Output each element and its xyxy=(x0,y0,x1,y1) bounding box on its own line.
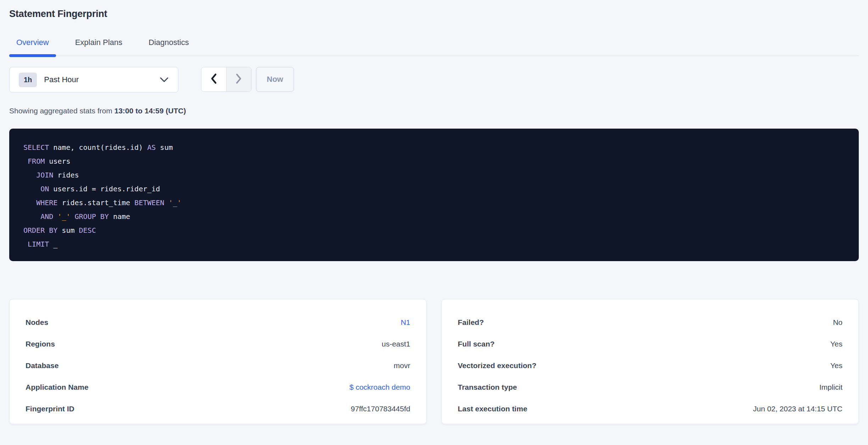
detail-row: NodesN1 xyxy=(26,311,410,333)
time-range-label: Past Hour xyxy=(44,75,79,84)
sql-keyword: ON xyxy=(40,185,49,193)
sql-keyword: DESC xyxy=(79,226,96,235)
summary-cards: NodesN1Regionsus-east1DatabasemovrApplic… xyxy=(9,299,859,424)
sql-keyword: AND xyxy=(40,212,53,221)
sql-text: users.id = rides.rider_id xyxy=(49,185,160,193)
detail-label: Failed? xyxy=(458,318,484,327)
sql-text xyxy=(23,185,40,193)
detail-row: Failed?No xyxy=(458,311,842,333)
detail-label: Fingerprint ID xyxy=(26,405,74,413)
next-interval-button[interactable] xyxy=(227,67,251,91)
aggregated-stats-range: 13:00 to 14:59 (UTC) xyxy=(115,107,186,115)
statement-details-card: NodesN1Regionsus-east1DatabasemovrApplic… xyxy=(9,299,427,424)
detail-row: Application Name$ cockroach demo xyxy=(26,376,410,398)
time-range-dropdown[interactable]: 1h Past Hour xyxy=(9,67,178,92)
tab-overview[interactable]: Overview xyxy=(9,38,56,56)
time-range-badge: 1h xyxy=(19,73,37,87)
tab-bar: Overview Explain Plans Diagnostics xyxy=(9,38,859,56)
sql-text: rides xyxy=(53,171,79,179)
sql-keyword: GROUP BY xyxy=(75,212,109,221)
sql-keyword: JOIN xyxy=(36,171,53,179)
detail-label: Nodes xyxy=(26,318,48,327)
detail-label: Last execution time xyxy=(458,405,527,413)
aggregated-stats-caption: Showing aggregated stats from 13:00 to 1… xyxy=(9,107,859,115)
detail-label: Regions xyxy=(26,340,55,348)
tab-explain-plans[interactable]: Explain Plans xyxy=(68,38,129,56)
detail-value: Implicit xyxy=(819,383,842,392)
sql-text xyxy=(53,212,57,221)
aggregated-stats-prefix: Showing aggregated stats from xyxy=(9,107,115,115)
statement-fingerprint-page: Statement Fingerprint Overview Explain P… xyxy=(0,0,868,424)
detail-value: us-east1 xyxy=(382,340,410,348)
sql-line: WHERE rides.start_time BETWEEN '_' xyxy=(23,196,845,210)
sql-keyword: AS xyxy=(147,143,156,152)
sql-line: ON users.id = rides.rider_id xyxy=(23,182,845,196)
detail-row: Transaction typeImplicit xyxy=(458,376,842,398)
sql-text xyxy=(23,240,28,248)
sql-text: rides.start_time xyxy=(57,198,134,207)
detail-value: No xyxy=(833,318,842,327)
chevron-left-icon xyxy=(210,73,218,86)
sql-text xyxy=(23,198,36,207)
page-title: Statement Fingerprint xyxy=(9,9,859,19)
sql-text xyxy=(23,212,40,221)
detail-value: Yes xyxy=(830,361,842,370)
detail-value: movr xyxy=(394,361,410,370)
sql-text xyxy=(70,212,74,221)
detail-label: Vectorized execution? xyxy=(458,361,536,370)
tab-diagnostics[interactable]: Diagnostics xyxy=(141,38,196,56)
sql-line: JOIN rides xyxy=(23,168,845,182)
sql-line: FROM users xyxy=(23,154,845,168)
sql-text: name xyxy=(109,212,130,221)
sql-literal: '_' xyxy=(168,198,181,207)
detail-row: Regionsus-east1 xyxy=(26,333,410,355)
sql-keyword: LIMIT xyxy=(28,240,49,248)
previous-interval-button[interactable] xyxy=(201,67,227,91)
detail-row: Last execution timeJun 02, 2023 at 14:15… xyxy=(458,398,842,419)
detail-row: Vectorized execution?Yes xyxy=(458,355,842,376)
detail-value: 97ffc170783445fd xyxy=(351,405,410,413)
sql-keyword: ORDER BY xyxy=(23,226,57,235)
sql-keyword: SELECT xyxy=(23,143,49,152)
detail-row: Databasemovr xyxy=(26,355,410,376)
detail-label: Application Name xyxy=(26,383,88,392)
chevron-right-icon xyxy=(234,73,243,86)
now-button[interactable]: Now xyxy=(256,67,294,92)
sql-text xyxy=(23,157,28,165)
sql-keyword: FROM xyxy=(28,157,45,165)
sql-line: ORDER BY sum DESC xyxy=(23,224,845,237)
sql-keyword: WHERE xyxy=(36,198,57,207)
execution-attributes-card: Failed?NoFull scan?YesVectorized executi… xyxy=(441,299,859,424)
time-window-pager xyxy=(201,67,251,92)
detail-value: Jun 02, 2023 at 14:15 UTC xyxy=(753,405,842,413)
sql-text: sum xyxy=(156,143,173,152)
detail-label: Transaction type xyxy=(458,383,517,392)
sql-text: users xyxy=(45,157,70,165)
sql-statement: SELECT name, count(rides.id) AS sum FROM… xyxy=(9,129,859,261)
detail-row: Full scan?Yes xyxy=(458,333,842,355)
detail-label: Database xyxy=(26,361,59,370)
detail-value-link[interactable]: N1 xyxy=(401,318,410,327)
detail-label: Full scan? xyxy=(458,340,495,348)
sql-text xyxy=(164,198,168,207)
sql-text: sum xyxy=(57,226,79,235)
sql-keyword: BETWEEN xyxy=(134,198,164,207)
sql-literal: '_' xyxy=(57,212,70,221)
detail-value: Yes xyxy=(830,340,842,348)
sql-line: LIMIT _ xyxy=(23,237,845,251)
sql-text: _ xyxy=(49,240,57,248)
sql-text: name, count(rides.id) xyxy=(49,143,147,152)
time-controls: 1h Past Hour xyxy=(9,67,859,92)
sql-text xyxy=(23,171,36,179)
sql-line: AND '_' GROUP BY name xyxy=(23,210,845,224)
detail-value-link[interactable]: $ cockroach demo xyxy=(349,383,410,392)
detail-row: Fingerprint ID97ffc170783445fd xyxy=(26,398,410,419)
sql-line: SELECT name, count(rides.id) AS sum xyxy=(23,141,845,154)
chevron-down-icon xyxy=(160,77,169,83)
